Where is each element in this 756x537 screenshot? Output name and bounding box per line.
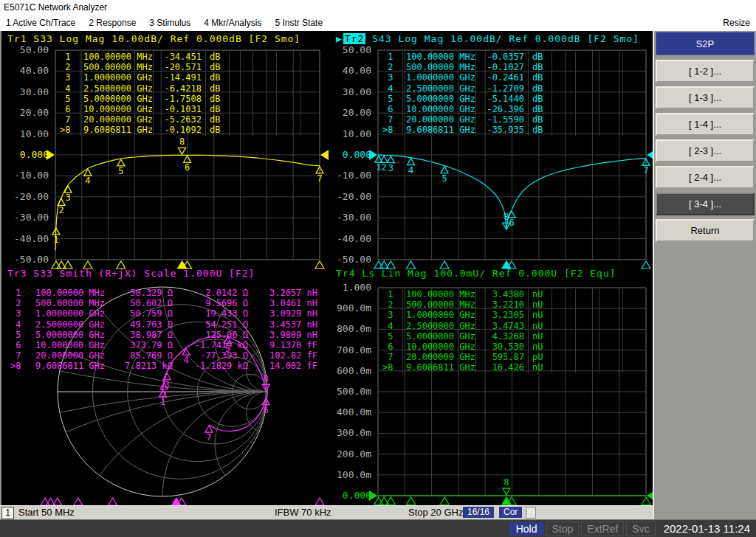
svg-text:7: 7 bbox=[643, 165, 648, 176]
y-axis-label: -20.00 bbox=[0, 191, 49, 203]
softkey-return[interactable]: Return bbox=[656, 219, 755, 242]
y-axis-label: -10.00 bbox=[323, 170, 371, 181]
softkey-1-2[interactable]: [ 1-2 ]... bbox=[656, 60, 755, 83]
softkey-3-4[interactable]: [ 3-4 ]... bbox=[656, 193, 755, 215]
svg-text:2: 2 bbox=[58, 205, 63, 215]
y-axis-label: 100.0m bbox=[323, 469, 371, 481]
trace-name: Tr3 S33 Smith (R+jX) Scale 1.000U [F2] bbox=[7, 268, 255, 279]
marker-row: 720.000000 GHz595.87pU bbox=[378, 352, 623, 362]
menu-1-active-ch-trace[interactable]: 1 Active Ch/Trace bbox=[6, 15, 75, 31]
correction-badge: Cor bbox=[499, 507, 522, 518]
resize-button[interactable]: Resize bbox=[723, 15, 750, 31]
y-axis-label: 0.000 bbox=[323, 149, 371, 161]
svg-text:1: 1 bbox=[53, 235, 58, 245]
svg-text:6: 6 bbox=[185, 162, 190, 173]
y-axis-label: 0.000 bbox=[323, 490, 371, 502]
points-badge: 16/16 bbox=[463, 507, 494, 518]
tr4-marker-table: 1100.00000 MHz3.4380nU 2500.00000 MHz3.2… bbox=[378, 289, 623, 373]
softkey-1-4[interactable]: [ 1-4 ]... bbox=[656, 113, 755, 136]
marker-row: >89.6086811 GHz-35.935dB bbox=[378, 125, 623, 135]
menu-bar: 1 Active Ch/Trace2 Response3 Stimulus4 M… bbox=[0, 15, 756, 31]
softkey-2-4[interactable]: [ 2-4 ]... bbox=[656, 166, 755, 189]
marker-row: 720.000000 GHz-5.2632dB bbox=[55, 114, 300, 125]
tr2-header[interactable]: ▶Tr2 S43 Log Mag 10.00dB/ Ref 0.000dB [F… bbox=[336, 33, 639, 45]
tr1-header[interactable]: Tr1 S33 Log Mag 10.00dB/ Ref 0.000dB [F2… bbox=[7, 33, 300, 45]
svg-text:4: 4 bbox=[408, 165, 413, 176]
svg-text:8: 8 bbox=[264, 373, 269, 384]
marker-row: 1100.00000 MHz-0.0357dB bbox=[378, 52, 623, 62]
marker-row: 1100.00000 MHz-34.451dB bbox=[55, 52, 300, 62]
marker-row: 610.000000 GHz30.530nU bbox=[378, 342, 623, 352]
instrument-display: 12345678123456781234567812345678 Tr1 S33… bbox=[0, 31, 653, 505]
y-axis-label: -20.00 bbox=[323, 191, 371, 203]
y-axis-label: -40.00 bbox=[323, 233, 371, 245]
marker-row: 1100.00000 MHz50.329 Ω2.0142 Ω3.2057 nH bbox=[9, 288, 317, 298]
trace-name: Tr1 S33 Log Mag 10.00dB/ Ref 0.000dB [F2… bbox=[7, 33, 300, 44]
svg-text:1: 1 bbox=[376, 162, 381, 173]
svg-text:5: 5 bbox=[441, 173, 447, 184]
y-axis-label: 600.0m bbox=[323, 365, 371, 377]
y-axis-label: 1.000 bbox=[323, 282, 371, 294]
y-axis-label: -30.00 bbox=[323, 212, 371, 224]
hold-indicator: Hold bbox=[509, 522, 544, 536]
tr3-header[interactable]: Tr3 S33 Smith (R+jX) Scale 1.000U [F2] bbox=[7, 268, 255, 280]
svg-text:8: 8 bbox=[504, 212, 509, 222]
marker-row: 31.0000000 GHz-0.2461dB bbox=[378, 72, 623, 83]
marker-row: 42.5000000 GHz-1.2709dB bbox=[378, 83, 623, 94]
svg-text:4: 4 bbox=[85, 176, 90, 186]
softkey-menu: S2P [ 1-2 ]...[ 1-3 ]...[ 1-4 ]...[ 2-3 … bbox=[653, 31, 756, 519]
y-axis-label: 30.00 bbox=[323, 86, 371, 98]
y-axis-label: 40.00 bbox=[0, 65, 49, 77]
softkey-1-3[interactable]: [ 1-3 ]... bbox=[656, 86, 755, 109]
start-frequency: Start 50 MHz bbox=[18, 507, 75, 518]
svg-text:3: 3 bbox=[388, 163, 394, 173]
extref-indicator: ExtRef bbox=[581, 522, 624, 536]
y-axis-label: 30.00 bbox=[0, 86, 49, 98]
marker-row: 1100.00000 MHz3.4380nU bbox=[378, 289, 623, 299]
status-bar: 1 Start 50 MHz IFBW 70 kHz Stop 20 GHz 1… bbox=[0, 505, 653, 519]
instrument-status-bar: Hold Stop ExtRef Svc 2022-01-13 11:24 bbox=[0, 519, 756, 537]
marker-row: >89.6086811 GHz7.8213 kΩ-1.1829 kΩ14.002… bbox=[9, 361, 317, 371]
window-title: E5071C Network Analyzer bbox=[0, 0, 756, 15]
marker-row: 55.0000000 GHz-1.7508dB bbox=[55, 94, 300, 104]
y-axis-label: 10.00 bbox=[323, 128, 371, 140]
datetime-display: 2022-01-13 11:24 bbox=[658, 522, 753, 535]
marker-row: 42.5000000 GHz-6.4218dB bbox=[55, 83, 300, 94]
svg-text:8: 8 bbox=[179, 136, 185, 147]
svg-text:5: 5 bbox=[118, 166, 123, 176]
marker-row: 31.0000000 GHz50.759 Ω19.433 Ω3.0929 nH bbox=[9, 308, 317, 319]
menu-2-response[interactable]: 2 Response bbox=[89, 15, 136, 31]
e5071c-application-window: E5071C Network Analyzer 1 Active Ch/Trac… bbox=[0, 0, 756, 537]
menu-4-mkr-analysis[interactable]: 4 Mkr/Analysis bbox=[204, 15, 261, 31]
y-axis-label: 500.0m bbox=[323, 386, 371, 398]
marker-row: 55.0000000 GHz38.987 Ω125.06 Ω3.9809 nH bbox=[9, 330, 317, 340]
stop-frequency: Stop 20 GHz bbox=[408, 507, 463, 518]
y-axis-label: -50.00 bbox=[0, 254, 49, 266]
y-axis-label: 40.00 bbox=[323, 65, 371, 77]
marker-row: 2500.00000 MHz-20.571dB bbox=[55, 62, 300, 72]
tr1-marker-table: 1100.00000 MHz-34.451dB 2500.00000 MHz-2… bbox=[55, 52, 300, 136]
display-left-edge bbox=[0, 31, 1, 505]
y-axis-label: 50.00 bbox=[323, 44, 371, 56]
y-axis-label: 200.0m bbox=[323, 448, 371, 460]
menu-5-instr-state[interactable]: 5 Instr State bbox=[275, 15, 323, 31]
softkey-2-3[interactable]: [ 2-3 ]... bbox=[656, 139, 755, 162]
svg-text:7: 7 bbox=[206, 432, 211, 443]
y-axis-label: 900.0m bbox=[323, 302, 371, 314]
y-axis-label: -30.00 bbox=[0, 212, 49, 224]
marker-row: 720.000000 GHz-1.5590dB bbox=[378, 114, 623, 125]
menu-3-stimulus[interactable]: 3 Stimulus bbox=[149, 15, 190, 31]
marker-row: >89.6086811 GHz-0.1092dB bbox=[55, 125, 300, 135]
trace-name: Tr2 bbox=[343, 33, 365, 44]
marker-row: 610.000000 GHz373.79 Ω-1.7419 kΩ9.1370 f… bbox=[9, 340, 317, 350]
marker-row: 2500.00000 MHz50.602 Ω9.5696 Ω3.0461 nH bbox=[9, 298, 317, 308]
marker-row: 55.0000000 GHz4.3268nU bbox=[378, 331, 623, 342]
y-axis-label: 800.0m bbox=[323, 323, 371, 335]
y-axis-label: 10.00 bbox=[0, 128, 49, 140]
tr4-header[interactable]: Tr4 Ls Lin Mag 100.0mU/ Ref 0.000U [F2 E… bbox=[336, 268, 616, 280]
svg-text:7: 7 bbox=[317, 173, 322, 184]
y-axis-label: 50.00 bbox=[0, 44, 49, 56]
menu-items: 1 Active Ch/Trace2 Response3 Stimulus4 M… bbox=[6, 15, 323, 31]
active-trace-arrow-icon: ▶ bbox=[336, 33, 343, 44]
y-axis-label: 400.0m bbox=[323, 406, 371, 418]
